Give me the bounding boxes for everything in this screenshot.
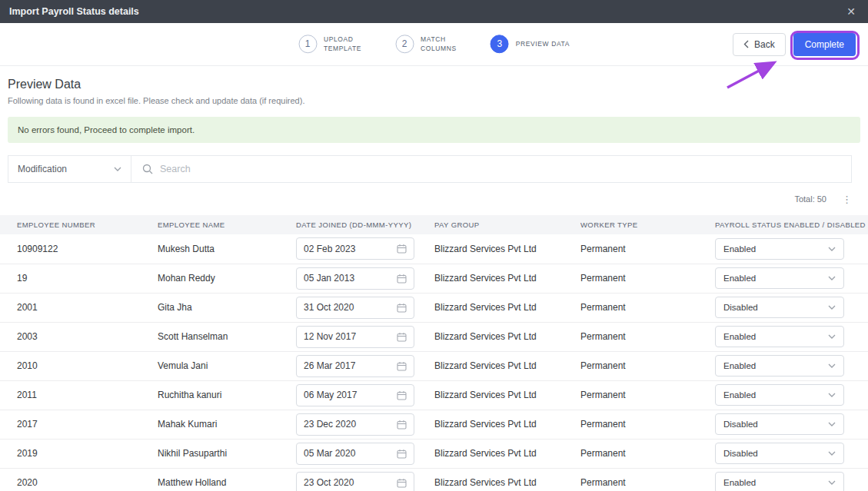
payroll-status-dropdown[interactable]: Enabled <box>715 326 844 347</box>
cell-pay-group: Blizzard Services Pvt Ltd <box>417 264 564 293</box>
modal-header: Import Payroll Status details ✕ <box>0 0 868 23</box>
preview-data-table: EMPLOYEE NUMBER EMPLOYEE NAME DATE JOINE… <box>0 215 868 491</box>
cell-date-joined: 23 Oct 2020 <box>279 468 417 491</box>
total-row: Total: 50 ⋮ <box>0 183 868 215</box>
cell-employee-number: 2019 <box>0 439 141 468</box>
page-subtitle: Following data is found in excel file. P… <box>8 96 860 105</box>
date-joined-input[interactable]: 26 Mar 2017 <box>296 355 414 377</box>
cell-employee-name: Gita Jha <box>141 293 279 322</box>
cell-worker-type: Permanent <box>564 380 698 410</box>
search-input[interactable] <box>160 164 840 174</box>
success-banner: No errors found, Proceed to complete imp… <box>8 117 860 143</box>
cell-payroll-status: Enabled <box>698 380 868 410</box>
date-joined-value: 12 Nov 2017 <box>304 331 356 342</box>
cell-employee-number: 19 <box>0 264 141 293</box>
step-2-circle: 2 <box>395 35 414 54</box>
kebab-menu-icon[interactable]: ⋮ <box>842 194 853 204</box>
payroll-status-dropdown[interactable]: Disabled <box>715 413 844 435</box>
cell-worker-type: Permanent <box>564 234 698 264</box>
chevron-down-icon <box>828 422 836 426</box>
calendar-icon <box>397 449 407 459</box>
payroll-status-value: Enabled <box>723 390 756 400</box>
table-row: 10909122 Mukesh Dutta 02 Feb 2023 Blizza… <box>0 234 868 264</box>
complete-button[interactable]: Complete <box>793 33 856 56</box>
cell-date-joined: 31 Oct 2020 <box>279 293 417 322</box>
step-upload-template[interactable]: 1 UPLOAD TEMPLATE <box>298 35 361 55</box>
cell-pay-group: Blizzard Services Pvt Ltd <box>417 322 564 351</box>
step-1-label: UPLOAD TEMPLATE <box>324 35 361 55</box>
payroll-status-dropdown[interactable]: Disabled <box>715 297 844 318</box>
total-count: Total: 50 <box>794 194 826 204</box>
table-body: 10909122 Mukesh Dutta 02 Feb 2023 Blizza… <box>0 234 868 491</box>
cell-pay-group: Blizzard Services Pvt Ltd <box>417 410 564 439</box>
cell-date-joined: 06 May 2017 <box>279 380 417 410</box>
chevron-left-icon <box>743 40 749 48</box>
cell-worker-type: Permanent <box>564 439 698 468</box>
payroll-status-dropdown[interactable]: Disabled <box>715 443 844 464</box>
header-employee-name: EMPLOYEE NAME <box>141 215 279 234</box>
calendar-icon <box>397 390 407 400</box>
payroll-status-value: Disabled <box>723 449 758 458</box>
date-joined-value: 23 Oct 2020 <box>304 477 354 488</box>
calendar-icon <box>397 332 407 342</box>
cell-pay-group: Blizzard Services Pvt Ltd <box>417 380 564 410</box>
cell-pay-group: Blizzard Services Pvt Ltd <box>417 293 564 322</box>
cell-employee-name: Scott Hanselman <box>141 322 279 351</box>
cell-payroll-status: Disabled <box>698 410 868 439</box>
payroll-status-dropdown[interactable]: Enabled <box>715 267 844 289</box>
cell-payroll-status: Disabled <box>698 439 868 468</box>
date-joined-input[interactable]: 06 May 2017 <box>296 384 414 406</box>
payroll-status-dropdown[interactable]: Enabled <box>715 384 844 406</box>
cell-employee-number: 2010 <box>0 351 141 380</box>
date-joined-value: 31 Oct 2020 <box>304 302 354 313</box>
cell-employee-number: 2020 <box>0 468 141 491</box>
payroll-status-value: Enabled <box>723 332 756 341</box>
step-3-label: PREVIEW DATA <box>516 39 570 49</box>
cell-payroll-status: Enabled <box>698 264 868 293</box>
cell-employee-name: Nikhil Pasuparthi <box>141 439 279 468</box>
date-joined-input[interactable]: 31 Oct 2020 <box>296 297 414 319</box>
date-joined-value: 26 Mar 2017 <box>304 360 355 371</box>
stepper-bar: 1 UPLOAD TEMPLATE 2 MATCH COLUMNS 3 PREV… <box>0 23 868 66</box>
date-joined-input[interactable]: 12 Nov 2017 <box>296 326 414 348</box>
cell-worker-type: Permanent <box>564 322 698 351</box>
date-joined-input[interactable]: 23 Oct 2020 <box>296 472 414 491</box>
cell-employee-name: Matthew Holland <box>141 468 279 491</box>
modification-dropdown[interactable]: Modification <box>8 156 131 182</box>
date-joined-input[interactable]: 05 Jan 2013 <box>296 267 414 290</box>
search-icon <box>142 164 153 174</box>
chevron-down-icon <box>828 480 836 485</box>
date-joined-value: 23 Dec 2020 <box>304 419 356 430</box>
chevron-down-icon <box>828 276 836 280</box>
date-joined-input[interactable]: 23 Dec 2020 <box>296 413 414 436</box>
calendar-icon <box>397 303 407 313</box>
calendar-icon <box>397 361 407 371</box>
search-box <box>131 156 851 182</box>
step-1-label-line2: TEMPLATE <box>324 45 361 53</box>
table-header: EMPLOYEE NUMBER EMPLOYEE NAME DATE JOINE… <box>0 215 868 234</box>
date-joined-value: 05 Mar 2020 <box>304 448 355 459</box>
modal-title: Import Payroll Status details <box>9 6 139 17</box>
step-1-circle: 1 <box>298 35 317 54</box>
date-joined-value: 06 May 2017 <box>304 390 357 400</box>
cell-employee-number: 10909122 <box>0 234 141 264</box>
date-joined-input[interactable]: 05 Mar 2020 <box>296 443 414 465</box>
modification-dropdown-label: Modification <box>18 164 67 174</box>
date-joined-input[interactable]: 02 Feb 2023 <box>296 237 414 260</box>
step-preview-data[interactable]: 3 PREVIEW DATA <box>491 35 570 54</box>
payroll-status-dropdown[interactable]: Enabled <box>715 238 844 260</box>
cell-pay-group: Blizzard Services Pvt Ltd <box>417 234 564 264</box>
payroll-status-dropdown[interactable]: Enabled <box>715 355 844 377</box>
close-icon[interactable]: ✕ <box>846 6 856 17</box>
header-date-joined: DATE JOINED (DD-MMM-YYYY) <box>279 215 417 234</box>
cell-worker-type: Permanent <box>564 351 698 380</box>
stepper-steps: 1 UPLOAD TEMPLATE 2 MATCH COLUMNS 3 PREV… <box>298 35 570 55</box>
table-row: 2017 Mahak Kumari 23 Dec 2020 Blizzard S… <box>0 410 868 439</box>
step-3-label-line1: PREVIEW DATA <box>516 40 570 48</box>
payroll-status-dropdown[interactable]: Enabled <box>715 472 844 491</box>
step-match-columns[interactable]: 2 MATCH COLUMNS <box>395 35 457 55</box>
chevron-down-icon <box>828 363 836 368</box>
cell-worker-type: Permanent <box>564 293 698 322</box>
back-button[interactable]: Back <box>733 33 786 56</box>
cell-payroll-status: Enabled <box>698 351 868 380</box>
